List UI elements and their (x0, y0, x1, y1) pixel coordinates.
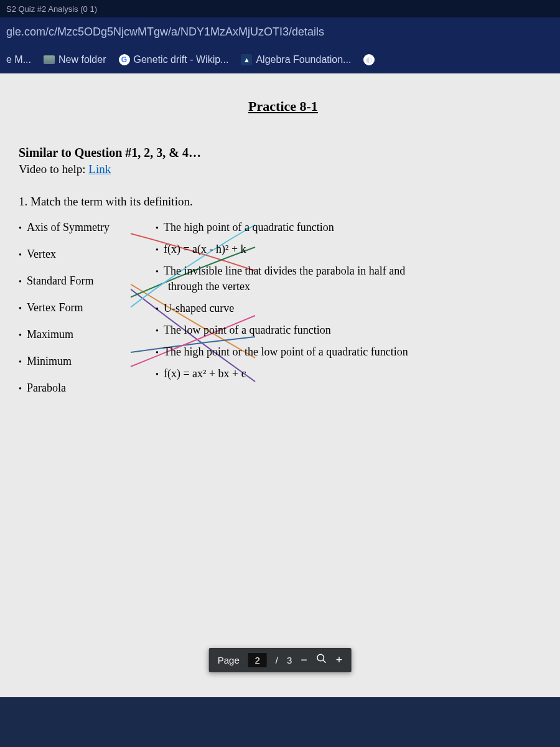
term-standard-form: •Standard Form (19, 275, 137, 288)
page-total: 3 (287, 655, 292, 665)
circle-icon: ◐ (363, 54, 375, 65)
def-u-shaped: •U-shaped curve (156, 302, 548, 315)
bullet-icon: • (156, 348, 159, 358)
url-text: gle.com/c/Mzc5ODg5NjcwMTgw/a/NDY1MzAxMjU… (6, 26, 324, 39)
term-vertex: •Vertex (19, 248, 137, 261)
tab-title[interactable]: S2 Quiz #2 Analysis (0 1) (6, 4, 97, 14)
bullet-icon: • (19, 250, 22, 260)
pdf-toolbar: Page / 3 − + (209, 648, 352, 672)
video-link[interactable]: Link (88, 162, 111, 176)
bookmark-label: e M... (6, 54, 31, 65)
def-invisible-line: •The invisible line that divides the par… (156, 265, 548, 278)
term-maximum: •Maximum (19, 328, 137, 341)
bullet-icon: • (19, 331, 22, 341)
def-vertex-form-eq: •f(x) = a(x - h)² + k (156, 243, 548, 256)
question-text: 1. Match the term with its definition. (19, 195, 548, 209)
bookmark-em[interactable]: e M... (6, 54, 31, 65)
def-through-vertex: through the vertex (168, 280, 548, 293)
bookmark-label: Algebra Foundation... (256, 54, 351, 65)
zoom-out-button[interactable]: − (301, 654, 307, 667)
page-title: Practice 8-1 (19, 98, 548, 115)
def-high-point: •The high point of a quadratic function (156, 221, 548, 234)
bookmark-label: Genetic drift - Wikip... (134, 54, 229, 65)
bookmark-label: New folder (58, 54, 106, 65)
bullet-icon: • (156, 304, 159, 314)
svg-point-0 (317, 654, 324, 661)
khan-icon: ▲ (241, 54, 252, 65)
term-parabola: •Parabola (19, 382, 137, 395)
video-help-line: Video to help: Link (19, 162, 548, 176)
bookmark-more[interactable]: ◐ (363, 54, 375, 65)
bullet-icon: • (19, 304, 22, 314)
match-container: •Axis of Symmetry •Vertex •Standard Form… (19, 221, 548, 408)
def-standard-form-eq: •f(x) = ax² + bx + c (156, 367, 548, 380)
zoom-in-button[interactable]: + (336, 654, 343, 667)
page-sep: / (276, 655, 278, 665)
bookmark-new-folder[interactable]: New folder (44, 54, 106, 65)
definitions-column: •The high point of a quadratic function … (156, 221, 548, 408)
term-minimum: •Minimum (19, 355, 137, 368)
page-number-input[interactable] (248, 653, 267, 667)
bookmark-genetic-drift[interactable]: G Genetic drift - Wikip... (119, 54, 229, 65)
google-icon: G (119, 54, 130, 65)
bullet-icon: • (156, 370, 159, 380)
zoom-icon[interactable] (316, 653, 327, 667)
bullet-icon: • (19, 277, 22, 287)
bookmark-algebra[interactable]: ▲ Algebra Foundation... (241, 54, 351, 65)
def-high-or-low: •The high point or the low point of a qu… (156, 345, 548, 359)
def-low-point: •The low point of a quadratic function (156, 324, 548, 337)
bullet-icon: • (19, 357, 22, 367)
svg-line-1 (323, 660, 326, 663)
terms-column: •Axis of Symmetry •Vertex •Standard Form… (19, 221, 137, 408)
bookmarks-bar: e M... New folder G Genetic drift - Wiki… (0, 46, 560, 73)
page-label: Page (218, 655, 240, 665)
video-prefix: Video to help: (19, 162, 88, 176)
bullet-icon: • (19, 384, 22, 394)
term-axis-of-symmetry: •Axis of Symmetry (19, 221, 137, 234)
browser-tab-bar: S2 Quiz #2 Analysis (0 1) (0, 0, 560, 17)
term-vertex-form: •Vertex Form (19, 301, 137, 314)
similar-heading: Similar to Question #1, 2, 3, & 4… (19, 146, 548, 160)
bullet-icon: • (19, 223, 22, 233)
bullet-icon: • (156, 326, 159, 336)
document-viewer: Practice 8-1 Similar to Question #1, 2, … (0, 73, 560, 697)
bullet-icon: • (156, 267, 159, 277)
url-bar[interactable]: gle.com/c/Mzc5ODg5NjcwMTgw/a/NDY1MzAxMjU… (0, 17, 560, 46)
folder-icon (44, 55, 55, 64)
bullet-icon: • (156, 245, 159, 255)
document-page: Practice 8-1 Similar to Question #1, 2, … (0, 73, 560, 421)
bullet-icon: • (156, 223, 159, 233)
